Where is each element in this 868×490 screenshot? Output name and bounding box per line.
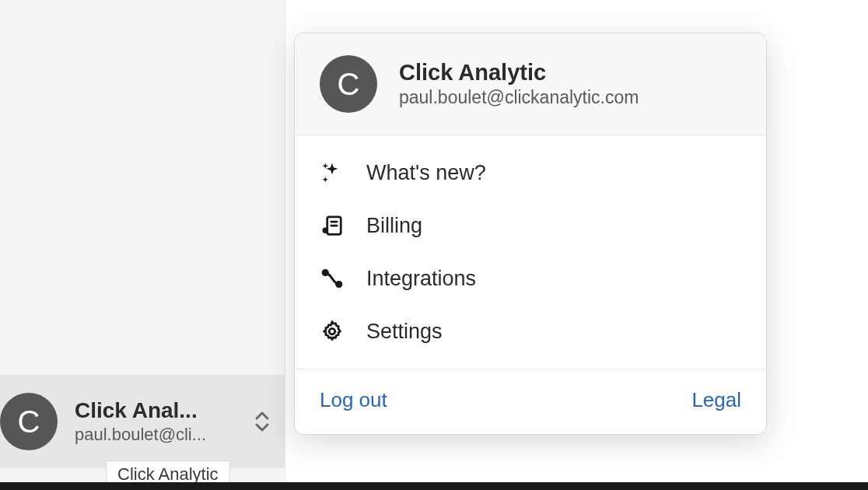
menu-label: What's new? <box>366 161 486 185</box>
bottom-bar <box>0 482 868 490</box>
svg-point-6 <box>329 328 335 334</box>
legal-link[interactable]: Legal <box>691 388 741 412</box>
menu-label: Settings <box>366 320 443 344</box>
dropdown-footer: Log out Legal <box>295 369 766 434</box>
menu-list: What's new? Billing Integ <box>295 135 766 369</box>
account-text: Click Analytic paul.boulet@clickanalytic… <box>399 60 639 108</box>
menu-label: Integrations <box>366 267 476 291</box>
avatar: C <box>320 55 377 113</box>
avatar: C <box>0 393 58 450</box>
chevron-updown-icon <box>254 411 271 432</box>
billing-icon <box>320 213 345 238</box>
account-email-truncated: paul.boulet@cli... <box>75 425 247 445</box>
sparkles-icon <box>320 160 345 185</box>
svg-point-1 <box>323 228 329 234</box>
dropdown-header: C Click Analytic paul.boulet@clickanalyt… <box>295 33 766 135</box>
account-text: Click Anal... paul.boulet@cli... <box>75 398 247 445</box>
menu-item-billing[interactable]: Billing <box>295 199 766 252</box>
menu-item-settings[interactable]: Settings <box>295 305 766 358</box>
menu-item-whats-new[interactable]: What's new? <box>295 146 766 199</box>
sidebar-account-switcher[interactable]: C Click Anal... paul.boulet@cli... <box>0 375 285 468</box>
account-name-truncated: Click Anal... <box>75 398 247 423</box>
account-email: paul.boulet@clickanalytic.com <box>399 87 639 108</box>
integrations-icon <box>320 266 345 291</box>
menu-item-integrations[interactable]: Integrations <box>295 252 766 305</box>
account-name: Click Analytic <box>399 60 639 86</box>
account-dropdown: C Click Analytic paul.boulet@clickanalyt… <box>294 33 767 435</box>
menu-label: Billing <box>366 214 422 238</box>
gear-icon <box>320 319 345 344</box>
logout-link[interactable]: Log out <box>320 388 387 412</box>
